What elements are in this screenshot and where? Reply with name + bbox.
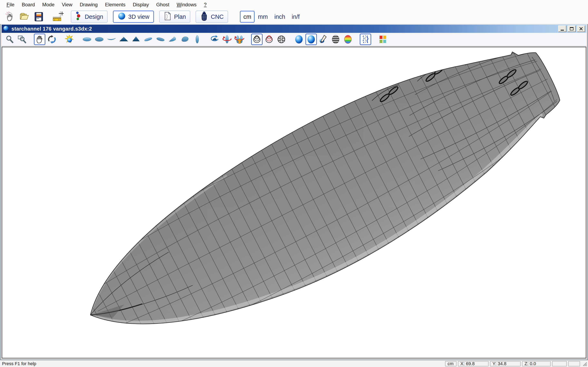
back-view-icon[interactable] <box>130 34 142 45</box>
spin-icon[interactable] <box>221 34 233 45</box>
board-vertical-icon[interactable] <box>191 34 203 45</box>
minimize-button[interactable] <box>558 25 566 32</box>
menu-board[interactable]: Board <box>18 1 39 8</box>
menu-view[interactable]: View <box>58 1 76 8</box>
minimize-icon <box>561 30 564 31</box>
menu-elements[interactable]: Elements <box>101 1 129 8</box>
perspective-1-icon[interactable] <box>143 34 154 45</box>
cnc-mode-label: CNC <box>211 13 224 20</box>
status-z-coordinate: Z: 0.0 <box>522 361 551 366</box>
outline-top-icon[interactable] <box>81 34 93 45</box>
menu-display[interactable]: Display <box>129 1 153 8</box>
document-window: starchannel 176 vangard.s3dx:2 <box>0 24 588 360</box>
front-view-icon[interactable] <box>118 34 130 45</box>
canvas-3d-view[interactable] <box>2 47 586 359</box>
document-title: starchannel 176 vangard.s3dx:2 <box>11 26 92 32</box>
new-board-icon[interactable] <box>3 10 16 23</box>
dimensions-icon[interactable]: 1 0 <box>52 10 65 23</box>
window-controls <box>558 25 585 32</box>
spin-flip-icon[interactable] <box>233 34 245 45</box>
color-squares-icon[interactable] <box>377 34 389 45</box>
unit-inch-button[interactable]: inch <box>271 13 288 20</box>
menu-windows[interactable]: Windows <box>173 1 200 8</box>
contour-black-icon[interactable] <box>251 34 263 45</box>
zoom-icon[interactable] <box>4 34 16 45</box>
plan-mode-button[interactable]: Plan <box>159 11 190 23</box>
main-toolbar: 1 0 Design 3D view <box>0 9 588 24</box>
stripes-gray-icon[interactable] <box>330 34 341 45</box>
3d-view-mode-label: 3D view <box>128 13 149 20</box>
status-empty-cell <box>568 361 580 366</box>
unit-mm-button[interactable]: mm <box>255 13 271 20</box>
cnc-mode-button[interactable]: CNC <box>196 11 228 23</box>
menu-bar: File Board Mode View Drawing Elements Di… <box>0 0 588 9</box>
resize-grip[interactable] <box>581 361 587 366</box>
menu-help[interactable]: ? <box>200 1 210 8</box>
render-smooth-icon[interactable] <box>293 34 305 45</box>
stripes-color-icon[interactable] <box>342 34 354 45</box>
open-icon[interactable] <box>18 10 30 23</box>
maximize-icon <box>570 27 573 30</box>
design-mode-icon <box>75 11 82 22</box>
surfboard-3d-model[interactable] <box>2 47 586 358</box>
document-icon <box>3 25 9 32</box>
maximize-button[interactable] <box>568 25 576 32</box>
plan-mode-icon <box>164 11 172 22</box>
3d-view-mode-icon <box>118 12 126 22</box>
save-icon[interactable] <box>33 10 45 23</box>
rotate-3d-icon[interactable] <box>46 34 58 45</box>
zoom-window-icon[interactable] <box>16 34 28 45</box>
contour-red-icon[interactable] <box>263 34 275 45</box>
view-toolbar <box>2 33 586 46</box>
menu-file[interactable]: File <box>3 1 18 8</box>
perspective-3-icon[interactable] <box>167 34 178 45</box>
pan-icon[interactable] <box>34 34 45 45</box>
mesh-sphere-icon[interactable] <box>276 34 287 45</box>
menu-ghost[interactable]: Ghost <box>153 1 173 8</box>
document-titlebar[interactable]: starchannel 176 vangard.s3dx:2 <box>2 25 586 33</box>
svg-text:0: 0 <box>58 19 60 21</box>
status-unit: cm <box>445 361 457 366</box>
cnc-mode-icon <box>200 11 208 22</box>
rocker-icon[interactable] <box>106 34 117 45</box>
paint-icon[interactable] <box>318 34 329 45</box>
menu-drawing[interactable]: Drawing <box>76 1 101 8</box>
status-message: Press F1 for help <box>2 361 445 366</box>
units-group: cm mm inch in/f <box>240 11 303 23</box>
design-mode-button[interactable]: Design <box>71 11 108 23</box>
flow-lines-icon[interactable] <box>360 34 371 45</box>
design-mode-label: Design <box>85 13 103 20</box>
status-x-coordinate: X: 69.8 <box>458 361 489 366</box>
rotate-anim-icon[interactable] <box>209 34 221 45</box>
status-empty-cell <box>552 361 567 366</box>
svg-text:1: 1 <box>54 19 55 21</box>
board-section-lines <box>53 47 586 358</box>
perspective-2-icon[interactable] <box>155 34 166 45</box>
render-solid-icon[interactable] <box>305 34 317 45</box>
status-y-coordinate: Y: 34.8 <box>490 361 521 366</box>
status-bar: Press F1 for help cm X: 69.8 Y: 34.8 Z: … <box>0 360 588 367</box>
application-window: File Board Mode View Drawing Elements Di… <box>0 0 588 367</box>
close-button[interactable] <box>577 25 585 32</box>
plan-mode-label: Plan <box>174 13 186 20</box>
unit-inf-button[interactable]: in/f <box>288 13 303 20</box>
menu-mode[interactable]: Mode <box>39 1 58 8</box>
3d-view-mode-button[interactable]: 3D view <box>113 11 154 23</box>
outline-bottom-icon[interactable] <box>94 34 105 45</box>
light-icon[interactable] <box>64 34 75 45</box>
unit-cm-button[interactable]: cm <box>240 11 255 23</box>
perspective-4-icon[interactable] <box>179 34 191 45</box>
close-icon <box>579 27 583 31</box>
